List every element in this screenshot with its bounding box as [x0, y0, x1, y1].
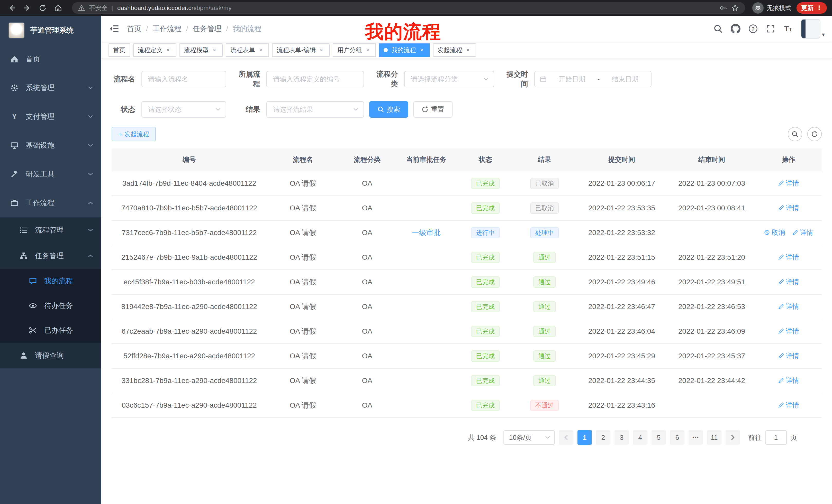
question-icon[interactable]: ? — [744, 16, 762, 41]
search-button[interactable]: 搜索 — [369, 101, 408, 118]
app-logo[interactable]: 芋道管理系统 — [0, 16, 101, 45]
next-page-button[interactable] — [726, 430, 740, 445]
sidebar-item-payment[interactable]: ¥ 支付管理 — [0, 102, 101, 131]
detail-link[interactable]: 详情 — [778, 203, 799, 213]
more-pages-button[interactable]: ••• — [688, 430, 703, 445]
sidebar-item-task-management[interactable]: 任务管理 — [0, 243, 101, 269]
sidebar-item-system[interactable]: 系统管理 — [0, 74, 101, 102]
detail-link[interactable]: 详情 — [778, 401, 799, 410]
toggle-search-icon[interactable] — [788, 127, 802, 141]
result-select[interactable]: 请选择流结果 — [266, 101, 364, 118]
page-button[interactable]: 3 — [615, 430, 629, 445]
sidebar-item-workflow[interactable]: 工作流程 — [0, 189, 101, 217]
sidebar-item-done-tasks[interactable]: 已办任务 — [0, 318, 101, 343]
page-button[interactable]: 11 — [707, 430, 722, 445]
detail-link[interactable]: 详情 — [778, 376, 799, 385]
tab-label: 流程表单 — [230, 46, 255, 54]
detail-link[interactable]: 详情 — [778, 253, 799, 262]
tab-start-process[interactable]: 发起流程× — [433, 44, 476, 57]
cell-category: OA — [339, 245, 395, 270]
tab-my-processes[interactable]: 我的流程× — [379, 44, 430, 57]
prev-page-button[interactable] — [559, 430, 573, 445]
reset-button[interactable]: 重置 — [413, 101, 452, 118]
sidebar-item-process-management[interactable]: 流程管理 — [0, 217, 101, 243]
breadcrumb-separator: / — [146, 25, 148, 33]
close-icon[interactable]: × — [211, 47, 218, 54]
close-icon[interactable]: × — [318, 47, 325, 54]
breadcrumb-item[interactable]: 任务管理 — [193, 24, 222, 34]
tab-process-definition[interactable]: 流程定义× — [133, 44, 176, 57]
page-url[interactable]: dashboard.yudao.iocoder.cn/bpm/task/my — [117, 4, 231, 11]
password-key-icon[interactable] — [719, 4, 727, 12]
current-task-link[interactable]: 一级审批 — [412, 229, 441, 236]
submit-time-range-picker[interactable]: 开始日期 - 结束日期 — [534, 71, 651, 87]
process-name-input[interactable] — [141, 71, 226, 87]
detail-link[interactable]: 详情 — [778, 327, 799, 336]
tab-process-form-edit[interactable]: 流程表单-编辑× — [272, 44, 330, 57]
goto-page-input[interactable] — [765, 430, 787, 445]
page-size-select[interactable]: 10条/页 — [503, 430, 555, 445]
close-icon[interactable]: × — [164, 47, 172, 54]
table-header-row: 编号 流程名 流程分类 当前审批任务 状态 结果 提交时间 结束时间 操作 — [111, 148, 822, 171]
github-icon[interactable] — [727, 16, 744, 41]
detail-link[interactable]: 详情 — [778, 352, 799, 360]
detail-link[interactable]: 详情 — [792, 228, 813, 237]
breadcrumb-item[interactable]: 首页 — [127, 24, 141, 34]
cell-submit-time: 2022-01-22 23:53:35 — [575, 196, 668, 220]
cell-category: OA — [339, 344, 395, 368]
browser-back-button[interactable] — [5, 1, 19, 15]
address-bar[interactable]: 不安全 | dashboard.yudao.iocoder.cn/bpm/tas… — [72, 2, 745, 14]
close-icon[interactable]: × — [464, 47, 471, 54]
tab-user-group[interactable]: 用户分组× — [333, 44, 376, 57]
refresh-icon[interactable] — [807, 127, 822, 141]
page-button[interactable]: 4 — [633, 430, 647, 445]
sidebar-item-leave-query[interactable]: 请假查询 — [0, 343, 101, 368]
browser-home-button[interactable] — [51, 1, 65, 15]
sidebar-fold-icon[interactable] — [101, 16, 127, 41]
detail-link[interactable]: 详情 — [778, 179, 799, 188]
page-button[interactable]: 6 — [670, 430, 684, 445]
close-icon[interactable]: × — [257, 47, 264, 54]
detail-link[interactable]: 详情 — [778, 277, 799, 286]
sidebar-item-infrastructure[interactable]: 基础设施 — [0, 131, 101, 160]
category-select[interactable]: 请选择流程分类 — [404, 71, 494, 87]
cell-end-time: 2022-01-22 23:46:53 — [668, 295, 755, 319]
url-separator: | — [111, 4, 113, 11]
start-process-button[interactable]: + 发起流程 — [111, 127, 156, 141]
bookmark-star-icon[interactable] — [731, 4, 739, 12]
page-button[interactable]: 5 — [651, 430, 666, 445]
status-tag: 已完成 — [471, 326, 500, 337]
fullscreen-icon[interactable] — [762, 16, 779, 41]
security-warning-icon[interactable] — [78, 5, 85, 11]
close-icon[interactable]: × — [418, 47, 425, 54]
sidebar-item-dev-tools[interactable]: 研发工具 — [0, 160, 101, 189]
page-button[interactable]: 2 — [596, 430, 610, 445]
close-icon[interactable]: × — [364, 47, 371, 54]
breadcrumb-item[interactable]: 工作流程 — [153, 24, 182, 34]
browser-forward-button[interactable] — [21, 1, 34, 15]
tab-process-model[interactable]: 流程模型× — [179, 44, 223, 57]
cell-id: 3ad174fb-7b9d-11ec-8404-acde48001122 — [111, 171, 267, 196]
font-size-icon[interactable]: TT — [779, 16, 797, 41]
browser-reload-button[interactable] — [36, 1, 49, 15]
tab-process-form[interactable]: 流程表单× — [226, 44, 269, 57]
page-button[interactable]: 1 — [577, 430, 592, 445]
sidebar-item-label: 请假查询 — [35, 351, 64, 360]
user-avatar[interactable]: ▾ — [801, 19, 825, 38]
tab-home[interactable]: 首页 — [108, 44, 130, 57]
gear-icon — [10, 84, 19, 92]
chat-icon — [29, 277, 37, 285]
sidebar-item-home[interactable]: 首页 — [0, 45, 101, 74]
result-label: 结果 — [238, 105, 266, 114]
search-icon[interactable] — [709, 16, 727, 41]
cell-current-task — [395, 368, 457, 393]
status-select[interactable]: 请选择状态 — [141, 101, 226, 118]
browser-update-button[interactable]: 更新 ⋮ — [797, 2, 827, 13]
sidebar-item-pending-tasks[interactable]: 待办任务 — [0, 293, 101, 318]
url-host: dashboard.yudao.iocoder.cn — [117, 4, 195, 11]
sidebar-item-my-processes[interactable]: 我的流程 — [0, 269, 101, 293]
cancel-link[interactable]: 取消 — [764, 228, 785, 237]
detail-link[interactable]: 详情 — [778, 302, 799, 311]
security-label[interactable]: 不安全 — [89, 4, 107, 12]
process-def-input[interactable] — [266, 71, 364, 87]
